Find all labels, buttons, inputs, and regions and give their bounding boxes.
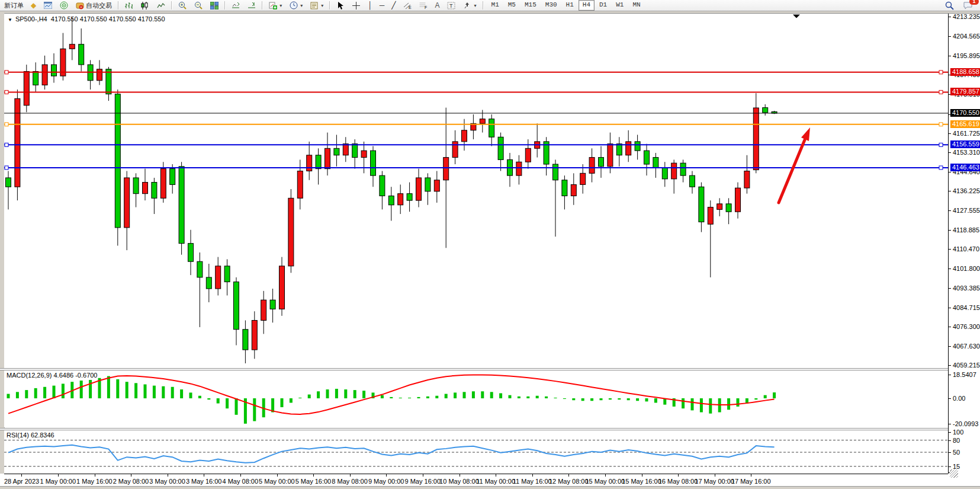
level-anchor[interactable] [939, 123, 943, 126]
text-label-tool[interactable]: T [444, 0, 459, 11]
data-window-icon[interactable] [56, 0, 71, 11]
arrow-annotation[interactable] [779, 140, 805, 203]
time-tick-label: 8 May 08:00 [332, 478, 368, 485]
timeframe-h4[interactable]: H4 [579, 0, 595, 11]
templates-button[interactable]: ▾ [307, 0, 326, 11]
candle-body [143, 183, 148, 194]
timeframe-m1[interactable]: M1 [487, 0, 503, 11]
timeframe-m15[interactable]: M15 [520, 0, 541, 11]
new-order-button[interactable]: 新订单 [1, 0, 27, 11]
time-tick-label: 10 May 08:00 [439, 478, 479, 485]
time-tick-label: 2 May 08:00 [113, 478, 149, 485]
arrow-annotation-head[interactable] [801, 127, 810, 141]
macd-label: MACD(12,26,9) 4.6486 -0.6700 [7, 372, 97, 379]
price-axis[interactable]: 4213.2354204.5654195.8954187.4804178.810… [948, 14, 980, 474]
zoom-out-icon[interactable] [191, 0, 205, 11]
market-watch-icon[interactable] [40, 0, 55, 11]
time-tick-mark [496, 474, 496, 477]
level-price-label[interactable]: 4179.857 [950, 88, 980, 95]
timeframe-m5[interactable]: M5 [504, 0, 520, 11]
candle-body [224, 266, 230, 282]
auto-scroll-icon[interactable] [228, 0, 243, 11]
candle-body [644, 151, 650, 164]
equidistant-channel-tool[interactable]: E [400, 0, 415, 11]
fibonacci-tool[interactable]: F [416, 0, 431, 11]
price-tick-mark [949, 288, 951, 289]
resize-grip-icon[interactable] [950, 469, 958, 478]
new-order-icon[interactable]: ◆ [28, 0, 39, 11]
chat-badge: 1 [969, 0, 979, 5]
separator [224, 1, 225, 9]
level-anchor[interactable] [5, 90, 8, 94]
macd-histogram-bar [207, 398, 210, 399]
line-chart-icon[interactable] [153, 0, 168, 11]
time-tick-label: 15 May 16:00 [622, 478, 661, 485]
time-axis[interactable]: 28 Apr 20231 May 00:001 May 16:002 May 0… [0, 474, 980, 486]
level-price-label[interactable]: 4188.658 [950, 68, 980, 76]
indicators-button[interactable]: ▾ [265, 0, 285, 11]
candle-body [753, 108, 759, 170]
current-price-label[interactable]: 4170.550 [950, 109, 980, 117]
tile-windows-icon[interactable] [207, 0, 221, 11]
timeframe-h1[interactable]: H1 [562, 0, 578, 11]
time-tick-mark [642, 474, 642, 477]
time-tick-mark [751, 474, 751, 477]
level-anchor[interactable] [939, 71, 943, 74]
arrows-tool[interactable]: ▾ [460, 0, 480, 11]
level-price-label[interactable]: 4146.463 [950, 164, 980, 171]
level-anchor[interactable] [939, 143, 943, 146]
rsi-panel[interactable] [4, 430, 948, 474]
price-tick-mark [949, 36, 951, 37]
level-anchor[interactable] [5, 143, 8, 146]
candle-body [115, 94, 120, 228]
time-tick-mark [350, 474, 351, 477]
timeframe-mn[interactable]: MN [628, 0, 644, 11]
chart-shift-marker[interactable] [793, 15, 800, 18]
main-price-chart[interactable] [4, 14, 948, 368]
price-tick-label: 4101.800 [953, 265, 980, 272]
candle-body [15, 98, 20, 187]
chevron-down-icon: ▾ [321, 3, 323, 8]
macd-panel[interactable] [4, 370, 948, 427]
text-tool[interactable]: A [432, 0, 443, 11]
candle-body [580, 173, 586, 184]
candle-body [270, 300, 275, 309]
level-price-label[interactable]: 4165.619 [950, 120, 980, 128]
new-order-label: 新订单 [4, 1, 24, 10]
timeframe-d1[interactable]: D1 [595, 0, 611, 11]
level-anchor[interactable] [939, 166, 943, 170]
cursor-icon[interactable] [333, 0, 348, 11]
level-anchor[interactable] [939, 90, 943, 94]
add-indicator-icon [268, 1, 277, 9]
trendline-tool[interactable]: ╱ [388, 0, 399, 11]
macd-histogram-bar [53, 386, 56, 398]
periods-button[interactable]: ▾ [286, 0, 306, 11]
bar-chart-icon[interactable] [121, 0, 136, 11]
horizontal-line-tool[interactable]: ─ [377, 0, 388, 11]
level-anchor[interactable] [5, 71, 8, 74]
zoom-in-icon[interactable] [175, 0, 189, 11]
candle-body [334, 148, 339, 155]
auto-trading-button[interactable]: 自动交易 [72, 0, 115, 11]
timeframe-w1[interactable]: W1 [612, 0, 628, 11]
time-tick-label: 12 May 08:00 [549, 478, 589, 485]
candle-body [243, 330, 248, 350]
macd-histogram-bar [454, 392, 457, 398]
chart-shift-icon[interactable] [244, 0, 259, 11]
candle-body [197, 261, 203, 277]
timeframe-m30[interactable]: M30 [541, 0, 561, 11]
candle-body [763, 108, 768, 113]
level-anchor[interactable] [5, 123, 8, 126]
level-anchor[interactable] [5, 166, 8, 170]
chat-button[interactable]: 1 [960, 0, 975, 11]
candlestick-chart-icon[interactable] [137, 0, 152, 11]
crosshair-icon[interactable] [349, 0, 364, 11]
time-tick-mark [131, 474, 131, 477]
macd-histogram-bar [654, 398, 657, 402]
search-icon[interactable] [942, 0, 957, 11]
macd-histogram-bar [691, 398, 694, 410]
vertical-line-tool[interactable]: │ [365, 0, 375, 11]
candle-body [680, 163, 686, 175]
macd-histogram-bar [435, 396, 438, 398]
level-price-label[interactable]: 4156.559 [950, 140, 980, 148]
